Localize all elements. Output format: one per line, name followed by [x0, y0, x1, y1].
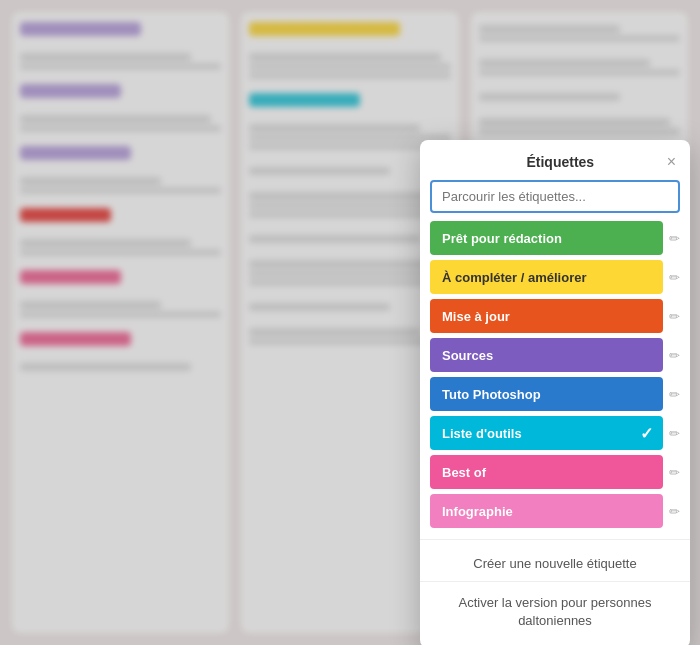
- edit-icon[interactable]: ✏: [669, 426, 680, 441]
- edit-icon[interactable]: ✏: [669, 270, 680, 285]
- modal-title: Étiquettes: [454, 154, 667, 170]
- label-item: Tuto Photoshop✏: [430, 377, 680, 411]
- close-button[interactable]: ×: [667, 154, 676, 170]
- label-item: Best of✏: [430, 455, 680, 489]
- label-item: Sources✏: [430, 338, 680, 372]
- label-tag-completer[interactable]: À compléter / améliorer: [430, 260, 663, 294]
- edit-icon[interactable]: ✏: [669, 504, 680, 519]
- modal-header: Étiquettes ×: [420, 140, 690, 180]
- labels-modal: Étiquettes × Prêt pour rédaction✏À compl…: [420, 140, 690, 645]
- label-tag-liste[interactable]: Liste d'outils✓: [430, 416, 663, 450]
- label-list: Prêt pour rédaction✏À compléter / amélio…: [420, 221, 690, 533]
- divider-1: [420, 539, 690, 540]
- label-item: Prêt pour rédaction✏: [430, 221, 680, 255]
- label-tag-miseajour[interactable]: Mise à jour: [430, 299, 663, 333]
- label-item: À compléter / améliorer✏: [430, 260, 680, 294]
- edit-icon[interactable]: ✏: [669, 231, 680, 246]
- checkmark-icon: ✓: [640, 424, 653, 443]
- edit-icon[interactable]: ✏: [669, 348, 680, 363]
- label-tag-tuto[interactable]: Tuto Photoshop: [430, 377, 663, 411]
- search-input[interactable]: [430, 180, 680, 213]
- edit-icon[interactable]: ✏: [669, 465, 680, 480]
- create-label-link[interactable]: Créer une nouvelle étiquette: [420, 546, 690, 575]
- label-item: Mise à jour✏: [430, 299, 680, 333]
- label-tag-pret[interactable]: Prêt pour rédaction: [430, 221, 663, 255]
- edit-icon[interactable]: ✏: [669, 309, 680, 324]
- label-item: Infographie✏: [430, 494, 680, 528]
- edit-icon[interactable]: ✏: [669, 387, 680, 402]
- label-tag-sources[interactable]: Sources: [430, 338, 663, 372]
- label-item: Liste d'outils✓✏: [430, 416, 680, 450]
- label-tag-bestof[interactable]: Best of: [430, 455, 663, 489]
- accessibility-link[interactable]: Activer la version pour personnes dalton…: [420, 588, 690, 636]
- label-tag-infographie[interactable]: Infographie: [430, 494, 663, 528]
- divider-2: [420, 581, 690, 582]
